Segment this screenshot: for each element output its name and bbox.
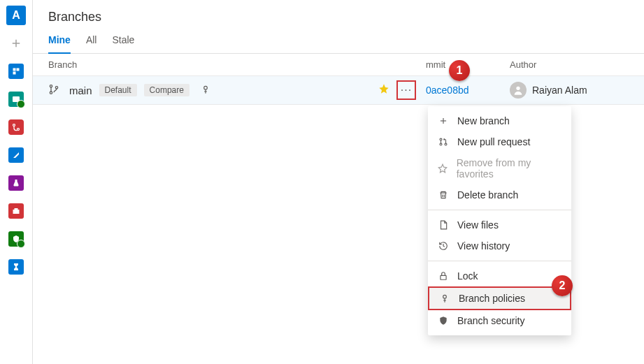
default-badge: Default xyxy=(99,84,137,96)
menu-label: Branch security xyxy=(457,315,524,326)
sidebar-pipelines[interactable] xyxy=(6,145,26,165)
branch-name[interactable]: main xyxy=(69,85,92,96)
svg-point-18 xyxy=(440,143,442,145)
sidebar-artifacts[interactable] xyxy=(6,201,26,221)
column-headers: Branch mmit Author xyxy=(33,54,644,75)
history-icon xyxy=(438,241,449,251)
menu-view-files[interactable]: View files xyxy=(428,214,571,235)
svg-rect-3 xyxy=(17,68,20,71)
svg-rect-2 xyxy=(13,68,16,71)
policy-icon xyxy=(439,293,450,303)
branch-row[interactable]: main Default Compare ··· 0ace08bd Raiya xyxy=(33,75,644,105)
file-icon xyxy=(438,220,449,230)
svg-point-14 xyxy=(516,87,520,90)
menu-divider xyxy=(428,210,571,210)
menu-divider xyxy=(428,261,571,261)
svg-point-6 xyxy=(13,124,15,126)
callout-badge-1: 1 xyxy=(449,60,470,81)
svg-point-19 xyxy=(445,143,447,145)
svg-point-17 xyxy=(440,138,442,140)
tab-mine[interactable]: Mine xyxy=(48,34,71,54)
callout-badge-2: 2 xyxy=(552,275,573,296)
nav-sidebar: A xyxy=(0,0,33,364)
menu-label: View files xyxy=(457,219,499,231)
menu-lock[interactable]: Lock xyxy=(428,265,571,286)
tab-all[interactable]: All xyxy=(86,34,97,53)
favorite-star-icon[interactable] xyxy=(378,83,389,97)
menu-new-branch[interactable]: New branch xyxy=(428,110,571,131)
tab-stale[interactable]: Stale xyxy=(112,34,134,53)
branch-context-menu: New branch New pull request Remove from … xyxy=(428,106,571,335)
sidebar-last[interactable] xyxy=(6,257,26,277)
menu-label: Remove from my favorites xyxy=(457,157,561,180)
author-avatar-icon xyxy=(510,82,527,99)
more-options-button[interactable]: ··· xyxy=(396,80,416,100)
svg-point-11 xyxy=(50,92,52,94)
svg-rect-4 xyxy=(13,72,16,75)
sidebar-compliance[interactable] xyxy=(6,229,26,249)
menu-delete-branch[interactable]: Delete branch xyxy=(428,184,571,205)
menu-label: Branch policies xyxy=(459,293,525,304)
svg-rect-9 xyxy=(15,208,18,210)
project-avatar[interactable]: A xyxy=(6,6,26,25)
svg-point-13 xyxy=(204,86,208,89)
new-item-button[interactable] xyxy=(6,34,26,53)
commit-cell: 0ace08bd xyxy=(426,85,510,96)
sidebar-boards[interactable] xyxy=(6,89,26,109)
menu-remove-favorite[interactable]: Remove from my favorites xyxy=(428,152,571,184)
branch-row-left: main Default Compare ··· xyxy=(48,80,426,100)
col-header-author: Author xyxy=(510,59,629,70)
row-actions: ··· xyxy=(378,80,416,100)
policy-icon xyxy=(201,85,210,96)
commit-link[interactable]: 0ace08bd xyxy=(426,85,469,96)
svg-rect-5 xyxy=(13,96,20,102)
ellipsis-icon: ··· xyxy=(401,84,412,96)
svg-rect-22 xyxy=(441,275,446,279)
trash-icon xyxy=(438,190,449,200)
compare-badge[interactable]: Compare xyxy=(144,84,189,96)
menu-view-history[interactable]: View history xyxy=(428,235,571,256)
shield-icon xyxy=(438,316,449,326)
svg-point-10 xyxy=(50,85,52,87)
sidebar-repos[interactable] xyxy=(6,117,26,137)
menu-branch-security[interactable]: Branch security xyxy=(428,310,571,331)
sidebar-test[interactable] xyxy=(6,173,26,193)
plus-icon xyxy=(438,116,449,126)
main-content: Branches Mine All Stale Branch mmit Auth… xyxy=(33,0,644,364)
tabs: Mine All Stale xyxy=(33,24,644,54)
menu-new-pull-request[interactable]: New pull request xyxy=(428,131,571,152)
star-outline-icon xyxy=(438,163,448,173)
menu-branch-policies[interactable]: Branch policies xyxy=(428,286,571,310)
lock-icon xyxy=(438,271,449,281)
svg-point-12 xyxy=(55,86,57,88)
page-title: Branches xyxy=(33,0,644,24)
sidebar-overview[interactable] xyxy=(6,61,26,81)
pull-request-icon xyxy=(438,137,449,147)
menu-label: View history xyxy=(457,240,510,252)
svg-rect-8 xyxy=(13,210,20,214)
svg-point-7 xyxy=(17,129,20,131)
menu-label: Delete branch xyxy=(457,189,518,201)
branch-icon xyxy=(48,84,59,97)
svg-point-23 xyxy=(443,295,447,298)
menu-label: New pull request xyxy=(457,136,530,147)
menu-label: New branch xyxy=(457,115,510,126)
menu-label: Lock xyxy=(457,270,478,282)
col-header-branch: Branch xyxy=(48,59,426,70)
author-name: Raiyan Alam xyxy=(532,85,587,96)
author-cell: Raiyan Alam xyxy=(510,82,629,99)
